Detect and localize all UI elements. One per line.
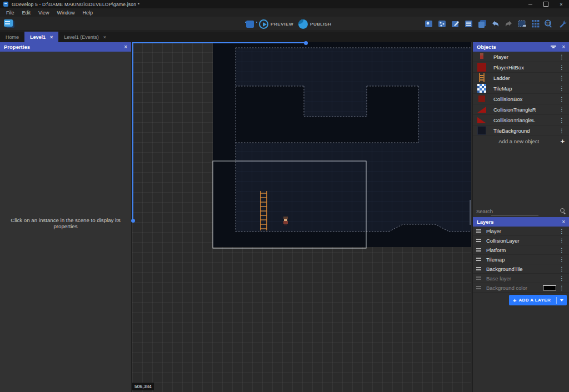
layer-menu-icon[interactable]: ⋮ (557, 238, 566, 244)
object-name: CollisionBox (493, 96, 557, 102)
object-menu-icon[interactable]: ⋮ (557, 54, 566, 60)
object-row[interactable]: CollisionBox ⋮ (473, 94, 569, 104)
editor-tab[interactable]: Home × (0, 32, 24, 42)
scene-horizontal-scroll-indicator[interactable] (132, 42, 307, 43)
search-input[interactable] (476, 208, 560, 214)
drag-handle-icon[interactable] (476, 267, 481, 270)
object-row[interactable]: TileBackground ⋮ (473, 125, 569, 136)
main-area: Properties × Click on an instance in the… (0, 42, 569, 392)
object-menu-icon[interactable]: ⋮ (557, 107, 566, 113)
object-thumbnail-icon (477, 105, 486, 114)
drag-handle-icon[interactable] (476, 277, 481, 280)
object-menu-icon[interactable]: ⋮ (557, 75, 566, 81)
close-button[interactable]: × (553, 0, 569, 8)
add-object-plus-icon[interactable]: + (560, 137, 565, 145)
drag-handle-icon[interactable] (476, 258, 481, 261)
menu-item[interactable]: Edit (18, 10, 35, 16)
minimize-button[interactable] (522, 0, 538, 8)
object-thumbnail-icon (477, 115, 486, 124)
object-menu-icon[interactable]: ⋮ (557, 128, 566, 134)
layers-panel-header: Layers × (473, 217, 569, 227)
preview-button[interactable]: PREVIEW (259, 19, 293, 29)
object-row[interactable]: TileMap ⋮ (473, 83, 569, 94)
layer-row[interactable]: Base layer ⋮ (473, 274, 569, 283)
layer-menu-icon[interactable]: ⋮ (557, 247, 566, 253)
object-name: TileMap (493, 86, 557, 92)
object-menu-icon[interactable]: ⋮ (557, 117, 566, 123)
object-row[interactable]: PlayerHitBox ⋮ (473, 62, 569, 73)
editor-tab[interactable]: Level1 (Events) × (58, 32, 112, 42)
grid-icon[interactable] (531, 19, 540, 29)
menu-item[interactable]: Window (53, 10, 78, 16)
layers-panel-icon[interactable] (477, 19, 487, 29)
properties-panel: Properties × Click on an instance in the… (0, 42, 132, 392)
editor-tab[interactable]: Level1 × (24, 32, 58, 42)
scene-canvas[interactable]: 506,384 (132, 42, 471, 392)
add-object-row[interactable]: Add a new object + (473, 136, 569, 147)
object-menu-icon[interactable]: ⋮ (557, 64, 566, 71)
layer-name: CollisionLayer (486, 238, 557, 244)
play-icon (259, 19, 268, 29)
layer-name: Tilemap (486, 257, 557, 263)
object-row[interactable]: CollisionTriangleR ⋮ (473, 104, 569, 115)
object-row[interactable]: CollisionTriangleL ⋮ (473, 115, 569, 125)
layer-menu-icon[interactable]: ⋮ (557, 285, 566, 291)
layer-name: Platform (486, 247, 557, 253)
scene-render (132, 42, 471, 392)
settings-wrench-icon[interactable] (557, 19, 567, 29)
layer-menu-icon[interactable]: ⋮ (557, 275, 566, 282)
object-menu-icon[interactable]: ⋮ (557, 86, 566, 92)
layers-close-icon[interactable]: × (558, 219, 565, 225)
layer-row[interactable]: Platform ⋮ (473, 245, 569, 255)
gdevelop-logo-icon[interactable] (3, 19, 16, 29)
object-row[interactable]: Ladder ⋮ (473, 73, 569, 83)
layer-row[interactable]: CollisionLayer ⋮ (473, 236, 569, 245)
menu-item[interactable]: View (34, 10, 53, 16)
tab-close-icon[interactable]: × (103, 34, 106, 40)
chevron-down-icon[interactable] (560, 299, 563, 301)
layer-row[interactable]: Player ⋮ (473, 227, 569, 236)
object-menu-icon[interactable]: ⋮ (557, 96, 566, 102)
layer-row[interactable]: Background color ⋮ (473, 283, 569, 293)
layer-row[interactable]: BackgroundTile ⋮ (473, 264, 569, 274)
objects-panel-icon[interactable] (424, 19, 433, 29)
layer-menu-icon[interactable]: ⋮ (557, 228, 566, 234)
gdevelop-window: GDevelop 5 - D:\GAME MAKING\GDEVELOP\gam… (0, 0, 569, 392)
scene-scrollbar-thumb[interactable] (470, 200, 471, 225)
add-layer-button[interactable]: + ADD A LAYER (509, 295, 567, 305)
tab-close-icon[interactable]: × (50, 34, 53, 40)
layer-row[interactable]: Tilemap ⋮ (473, 255, 569, 264)
undo-icon[interactable] (491, 19, 500, 29)
object-thumbnail-icon (477, 94, 486, 103)
menu-item[interactable]: File (2, 10, 18, 16)
object-thumbnail-icon (477, 84, 486, 93)
background-color-swatch[interactable] (543, 285, 556, 290)
search-icon[interactable] (560, 208, 566, 214)
scene-properties-icon[interactable] (451, 19, 460, 29)
publish-button[interactable]: PUBLISH (298, 19, 331, 29)
drag-handle-icon[interactable] (476, 229, 481, 233)
debugger-icon[interactable] (246, 21, 254, 28)
object-groups-icon[interactable] (437, 19, 447, 29)
properties-close-icon[interactable]: × (121, 44, 127, 50)
objects-close-icon[interactable]: × (558, 44, 565, 50)
filter-icon[interactable] (551, 45, 556, 49)
instances-list-icon[interactable] (464, 19, 473, 29)
drag-handle-icon[interactable] (476, 286, 481, 289)
object-name: CollisionTriangleR (493, 107, 557, 113)
menu-item[interactable]: Help (78, 10, 97, 16)
layer-menu-icon[interactable]: ⋮ (557, 257, 566, 263)
maximize-button[interactable] (538, 0, 553, 8)
drag-handle-icon[interactable] (476, 239, 481, 242)
scroll-thumb-dot[interactable] (131, 219, 135, 223)
drag-handle-icon[interactable] (476, 248, 481, 252)
zoom-1-1-icon[interactable]: 1:1 (544, 19, 553, 29)
object-row[interactable]: Player ⋮ (473, 52, 569, 62)
object-thumbnail-icon (477, 52, 486, 61)
scene-vertical-scroll-indicator[interactable] (132, 42, 133, 220)
scroll-thumb-dot[interactable] (304, 41, 308, 45)
object-name: Player (493, 54, 557, 60)
redo-icon[interactable] (504, 19, 513, 29)
layer-menu-icon[interactable]: ⋮ (557, 266, 566, 272)
mask-icon[interactable] (517, 19, 527, 29)
